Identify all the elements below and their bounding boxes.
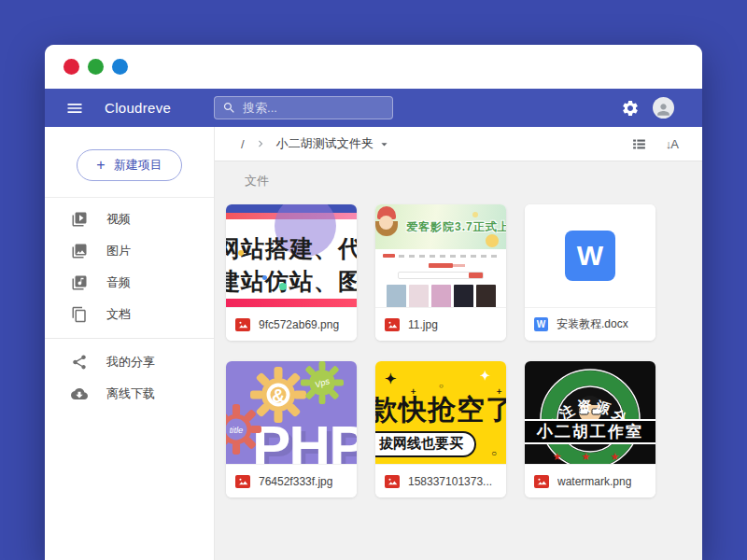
chevron-right-icon (254, 137, 267, 150)
new-item-label: 新建项目 (114, 157, 162, 174)
thumb-text: 建站仿站、图片 (226, 265, 357, 298)
file-card[interactable]: W W 安装教程.docx (525, 204, 655, 341)
breadcrumb-root[interactable]: / (241, 137, 245, 151)
sidebar-item-documents[interactable]: 文档 (45, 299, 214, 330)
file-area: 文件 网站搭建、代码建站仿站、图片 9fc572ab69.png (215, 161, 702, 560)
thumbnail-1583371: ✦ ＋ ○ ✦ ＋ ○ 款快抢空了 拔网线也要买 (375, 361, 506, 464)
word-file-icon: W (534, 317, 548, 331)
thumb-text: 网站搭建、代码 (226, 232, 357, 265)
file-name: 安装教程.docx (557, 316, 628, 332)
image-file-icon (385, 475, 400, 488)
app-header: Cloudreve (45, 89, 702, 127)
gear-orange: & (250, 367, 306, 423)
thumbnail-watermark: 专注资源分享 小二胡工作室 ★ ★ ★ (525, 361, 655, 464)
file-card[interactable]: ✦ ＋ ○ ✦ ＋ ○ 款快抢空了 拔网线也要买 158337101373... (375, 361, 506, 497)
file-name: 9fc572ab69.png (259, 318, 339, 331)
watermark-logo: 专注资源分享 (525, 361, 655, 464)
gear-icon[interactable] (621, 99, 640, 118)
sidebar-item-label: 图片 (106, 243, 131, 259)
sidebar-item-videos[interactable]: 视频 (45, 203, 214, 235)
menu-icon[interactable] (65, 99, 84, 118)
view-list-icon[interactable] (631, 136, 647, 152)
thumbnail-76452f333f: PHP title & (226, 361, 357, 464)
sidebar-item-label: 我的分享 (106, 354, 155, 371)
sidebar-item-images[interactable]: 图片 (45, 235, 214, 267)
thumbnail-9fc572ab69: 网站搭建、代码建站仿站、图片 (226, 204, 357, 307)
sidebar-item-label: 音频 (106, 274, 131, 291)
file-card[interactable]: 专注资源分享 小二胡工作室 ★ ★ ★ watermark.png (525, 361, 655, 497)
search-input[interactable] (243, 101, 383, 115)
app-title: Cloudreve (105, 100, 171, 116)
file-name: 11.jpg (408, 318, 438, 331)
section-label: 文件 (245, 173, 702, 189)
plus-icon: + (96, 158, 105, 173)
share-icon (71, 354, 88, 371)
sidebar: + 新建项目 视频 图片 音频 文档 (45, 127, 215, 560)
music-library-icon (71, 274, 88, 291)
video-library-icon (71, 211, 88, 228)
thumb-text: 小二胡工作室 (525, 419, 655, 444)
close-window-button[interactable] (63, 59, 79, 75)
chevron-down-icon (377, 137, 391, 151)
file-name: 158337101373... (408, 475, 492, 488)
thumbnail-11jpg: 爱客影院3.7正式上线 (375, 204, 506, 307)
thumb-text: 款快抢空了 (375, 391, 506, 429)
minimize-window-button[interactable] (88, 59, 104, 75)
sort-by-name-icon[interactable]: ↓A (666, 137, 678, 151)
gear-green: Vps (301, 361, 344, 404)
file-name: 76452f333f.jpg (259, 475, 332, 488)
user-avatar[interactable] (653, 97, 674, 119)
browser-window: Cloudreve + 新建项目 (45, 45, 702, 560)
file-card[interactable]: PHP title & (226, 361, 357, 497)
sidebar-item-label: 文档 (106, 306, 131, 323)
sidebar-item-label: 视频 (106, 211, 131, 228)
word-icon: W (565, 231, 615, 281)
image-file-icon (385, 318, 400, 331)
documents-icon (71, 306, 88, 323)
file-card[interactable]: 爱客影院3.7正式上线 (375, 204, 506, 341)
sidebar-item-my-shares[interactable]: 我的分享 (45, 346, 214, 378)
sidebar-divider (45, 338, 214, 339)
new-item-button[interactable]: + 新建项目 (77, 149, 181, 181)
image-file-icon (235, 318, 250, 331)
thumb-text: title (230, 425, 244, 435)
thumb-text: & (272, 385, 285, 406)
thumbnail-docx: W (525, 204, 655, 307)
photo-library-icon (71, 243, 88, 259)
file-name: watermark.png (557, 475, 631, 488)
sidebar-item-label: 离线下载 (106, 385, 155, 402)
stars-decoration: ★ ★ ★ (525, 451, 655, 463)
person-icon (655, 101, 672, 119)
cloud-download-icon (71, 385, 88, 402)
file-card[interactable]: 网站搭建、代码建站仿站、图片 9fc572ab69.png (226, 204, 357, 341)
breadcrumb-folder[interactable]: 小二胡测试文件夹 (276, 135, 391, 152)
search-icon (222, 101, 236, 115)
maximize-window-button[interactable] (112, 59, 128, 75)
breadcrumb-bar: / 小二胡测试文件夹 ↓A (215, 127, 702, 161)
file-grid: 网站搭建、代码建站仿站、图片 9fc572ab69.png (226, 204, 702, 497)
breadcrumb-folder-label: 小二胡测试文件夹 (276, 135, 374, 152)
thumb-text: 拔网线也要买 (375, 431, 476, 457)
search-box[interactable] (214, 96, 393, 119)
image-file-icon (235, 475, 250, 488)
sidebar-item-audio[interactable]: 音频 (45, 267, 214, 299)
sidebar-item-offline-download[interactable]: 离线下载 (45, 378, 214, 410)
window-titlebar (45, 45, 702, 89)
thumb-text: 爱客影院3.7正式上线 (406, 219, 506, 235)
image-file-icon (534, 475, 549, 488)
